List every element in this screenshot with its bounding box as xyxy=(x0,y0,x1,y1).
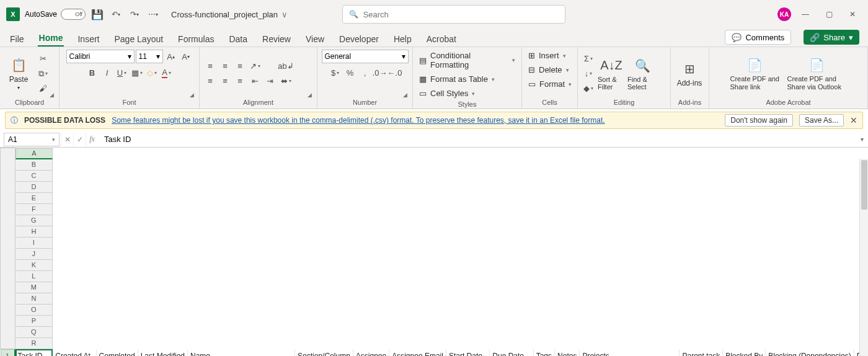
tab-help[interactable]: Help xyxy=(392,32,413,47)
format-cells-button[interactable]: ▭Format▾ xyxy=(526,78,574,90)
tab-formulas[interactable]: Formulas xyxy=(177,32,215,47)
decrease-indent-button[interactable]: ⇤ xyxy=(248,74,262,88)
percent-format-button[interactable]: % xyxy=(343,66,357,79)
column-header-R[interactable]: R xyxy=(16,338,53,349)
column-header-C[interactable]: C xyxy=(16,171,53,182)
autosave-toggle[interactable]: Off xyxy=(61,9,86,20)
font-name-select[interactable]: Calibri▾ xyxy=(66,50,135,63)
tab-data[interactable]: Data xyxy=(228,32,249,47)
fill-button[interactable]: ↓ xyxy=(582,67,595,81)
merge-center-button[interactable]: ⬌ xyxy=(279,74,293,88)
cell[interactable]: Section/Column xyxy=(295,349,353,357)
align-right-button[interactable]: ≡ xyxy=(233,74,247,88)
column-header-A[interactable]: A xyxy=(16,148,53,159)
accounting-format-button[interactable]: $ xyxy=(329,66,342,79)
column-header-J[interactable]: J xyxy=(16,249,53,260)
cell[interactable]: Due Date xyxy=(490,349,533,357)
qat-customize[interactable]: ⋯▾ xyxy=(146,7,160,21)
column-header-Q[interactable]: Q xyxy=(16,327,53,338)
font-color-button[interactable]: A xyxy=(160,66,174,79)
column-header-L[interactable]: L xyxy=(16,271,53,282)
search-box[interactable]: 🔍 xyxy=(342,5,565,24)
scrollbar-thumb[interactable] xyxy=(861,160,867,210)
dialog-launcher-icon[interactable]: ◢ xyxy=(50,92,54,98)
undo-button[interactable]: ↶▾ xyxy=(109,7,123,21)
fill-color-button[interactable]: ◇ xyxy=(145,66,159,79)
create-pdf-share-link-button[interactable]: 📄 Create PDF and Share link xyxy=(730,56,780,90)
increase-indent-button[interactable]: ⇥ xyxy=(263,74,277,88)
italic-button[interactable]: I xyxy=(100,66,114,79)
cell[interactable]: Created At xyxy=(53,349,96,357)
cell[interactable]: Tags xyxy=(533,349,554,357)
name-box[interactable]: A1▾ xyxy=(4,133,60,146)
cell[interactable]: Notes xyxy=(555,349,580,357)
cell[interactable]: Completed xyxy=(96,349,138,357)
dialog-launcher-icon[interactable]: ◢ xyxy=(308,92,312,98)
underline-button[interactable]: U xyxy=(115,66,129,79)
user-avatar[interactable]: KA xyxy=(777,7,791,21)
orientation-button[interactable]: ↗ xyxy=(248,60,262,73)
cell[interactable]: Blocking (Dependencies) xyxy=(766,349,854,357)
filename-display[interactable]: Cross-functional_project_plan ∨ xyxy=(171,10,288,19)
expand-formula-bar-button[interactable]: ▾ xyxy=(856,136,868,143)
column-header-B[interactable]: B xyxy=(16,159,53,171)
tab-view[interactable]: View xyxy=(304,32,326,47)
insert-function-button[interactable]: fx xyxy=(86,133,98,146)
decrease-font-button[interactable]: A▾ xyxy=(179,50,193,63)
autosum-button[interactable]: Σ xyxy=(582,52,595,66)
format-as-table-button[interactable]: ▦Format as Table▾ xyxy=(417,73,497,85)
delete-cells-button[interactable]: ⊟Delete▾ xyxy=(526,64,572,76)
cell[interactable]: Projects xyxy=(580,349,680,357)
cancel-formula-button[interactable]: ✕ xyxy=(61,133,73,146)
save-button[interactable]: 💾 xyxy=(91,7,104,21)
paste-button[interactable]: 📋 Paste▾ xyxy=(4,56,33,91)
column-header-N[interactable]: N xyxy=(16,293,53,305)
column-header-M[interactable]: M xyxy=(16,282,53,293)
cell[interactable]: Blocked By xyxy=(723,349,766,357)
autosave-control[interactable]: AutoSave Off xyxy=(25,9,86,20)
redo-button[interactable]: ↷▾ xyxy=(128,7,141,21)
tab-insert[interactable]: Insert xyxy=(76,32,100,47)
bold-button[interactable]: B xyxy=(86,66,99,79)
column-header-F[interactable]: F xyxy=(16,204,53,215)
align-middle-button[interactable]: ≡ xyxy=(218,60,232,73)
tab-developer[interactable]: Developer xyxy=(338,32,380,47)
cut-button[interactable]: ✂ xyxy=(36,52,50,66)
align-left-button[interactable]: ≡ xyxy=(203,74,217,88)
column-header-I[interactable]: I xyxy=(16,238,53,249)
decrease-decimal-button[interactable]: ←.0 xyxy=(388,66,402,79)
select-all-corner[interactable] xyxy=(1,148,16,349)
dialog-launcher-icon[interactable]: ◢ xyxy=(403,92,407,98)
column-header-H[interactable]: H xyxy=(16,226,53,238)
align-center-button[interactable]: ≡ xyxy=(218,74,232,88)
cell[interactable]: Parent task xyxy=(680,349,723,357)
font-size-select[interactable]: 11▾ xyxy=(136,50,163,63)
comma-format-button[interactable]: , xyxy=(358,66,372,79)
copy-button[interactable]: ⧉ xyxy=(36,67,50,81)
cell[interactable]: Start Date xyxy=(446,349,489,357)
addins-button[interactable]: ⊞ Add-ins xyxy=(675,60,704,87)
column-header-O[interactable]: O xyxy=(16,305,53,316)
share-button[interactable]: 🔗 Share ▾ xyxy=(804,30,859,45)
cell[interactable]: Task ID xyxy=(16,349,53,357)
column-header-P[interactable]: P xyxy=(16,316,53,327)
tab-page-layout[interactable]: Page Layout xyxy=(113,32,164,47)
minimize-button[interactable]: — xyxy=(796,7,815,22)
cell-styles-button[interactable]: ▭Cell Styles▾ xyxy=(417,87,477,99)
format-painter-button[interactable]: 🖌 xyxy=(36,82,50,96)
find-select-button[interactable]: 🔍 Find & Select xyxy=(627,57,657,91)
vertical-scrollbar[interactable] xyxy=(859,159,868,356)
column-header-K[interactable]: K xyxy=(16,260,53,271)
cell[interactable]: Last Modified xyxy=(138,349,187,357)
align-top-button[interactable]: ≡ xyxy=(203,60,217,73)
wrap-text-button[interactable]: ab↲ xyxy=(279,60,293,73)
create-pdf-share-outlook-button[interactable]: 📄 Create PDF and Share via Outlook xyxy=(787,56,847,90)
comments-button[interactable]: 💬 Comments xyxy=(725,30,791,45)
increase-font-button[interactable]: A▴ xyxy=(164,50,178,63)
insert-cells-button[interactable]: ⊞Insert▾ xyxy=(526,50,569,61)
column-header-D[interactable]: D xyxy=(16,182,53,193)
column-header-E[interactable]: E xyxy=(16,193,53,204)
sort-filter-button[interactable]: A↓Z Sort & Filter xyxy=(598,57,625,91)
conditional-formatting-button[interactable]: ▤Conditional Formatting▾ xyxy=(417,50,518,71)
number-format-select[interactable]: General▾ xyxy=(322,50,409,63)
